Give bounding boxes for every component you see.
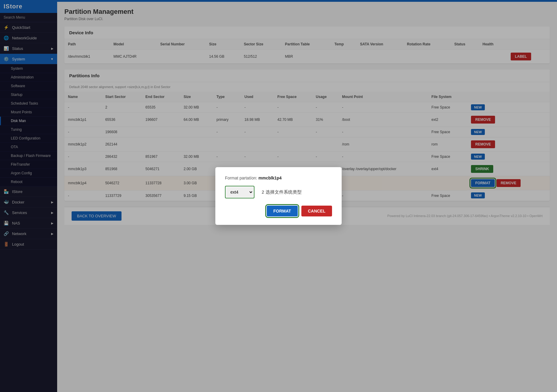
modal-cancel-button[interactable]: CANCEL [301,206,332,216]
format-modal: Format partatíon: mmcblk1p4 ext4 ext3 ex… [215,167,342,225]
fs-label-text: 2 选择文件系统类型 [262,189,302,195]
modal-overlay: Format partatíon: mmcblk1p4 ext4 ext3 ex… [57,0,557,392]
modal-title: Format partatíon: mmcblk1p4 [225,176,332,180]
main-content: Partition Management Partition Disk over… [57,0,557,392]
modal-actions: FORMAT CANCEL [225,206,332,216]
fs-select-wrapper: ext4 ext3 ext2 fat32 ntfs [225,186,254,198]
fs-type-select[interactable]: ext4 ext3 ext2 fat32 ntfs [226,187,253,197]
modal-format-button[interactable]: FORMAT [267,206,298,216]
modal-body: ext4 ext3 ext2 fat32 ntfs 2 选择文件系统类型 [225,186,332,198]
modal-partition-name: mmcblk1p4 [258,176,282,180]
